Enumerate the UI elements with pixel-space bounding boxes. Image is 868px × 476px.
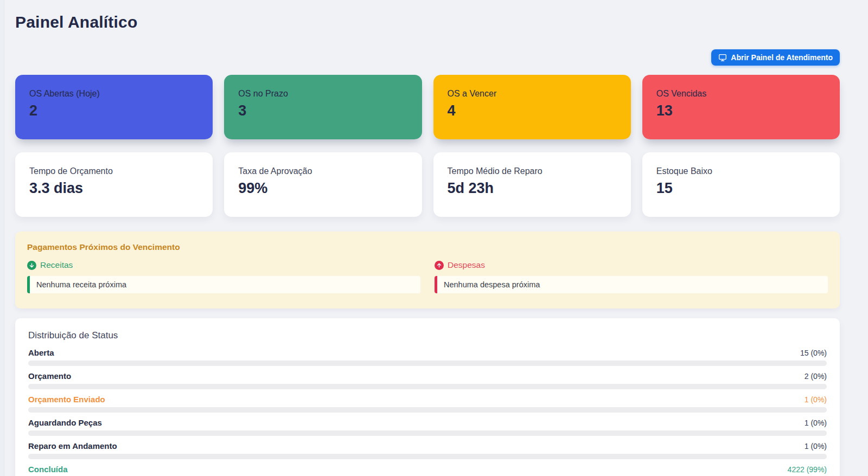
metric-label: Estoque Baixo xyxy=(656,166,826,176)
metric-label: Tempo Médio de Reparo xyxy=(448,166,617,176)
despesas-label: Despesas xyxy=(448,260,485,270)
kpi-card-os-vencidas: OS Vencidas 13 xyxy=(642,75,840,139)
metric-card-estoque-baixo: Estoque Baixo 15 xyxy=(642,152,840,217)
payments-due-panel: Pagamentos Próximos do Vencimento Receit… xyxy=(15,231,840,308)
open-attendance-panel-button[interactable]: Abrir Painel de Atendimento xyxy=(711,49,840,66)
status-label: Concluída xyxy=(28,465,68,474)
metric-label: Tempo de Orçamento xyxy=(29,166,199,176)
kpi-card-os-abertas: OS Abertas (Hoje) 2 xyxy=(15,75,213,139)
receitas-label: Receitas xyxy=(40,260,73,270)
status-value: 4222 (99%) xyxy=(788,465,827,474)
status-value: 15 (0%) xyxy=(800,349,827,357)
kpi-value: 13 xyxy=(656,102,826,119)
kpi-card-os-a-vencer: OS a Vencer 4 xyxy=(433,75,631,139)
metric-card-tempo-medio-reparo: Tempo Médio de Reparo 5d 23h xyxy=(433,152,631,217)
kpi-label: OS a Vencer xyxy=(448,89,617,99)
metric-value: 3.3 dias xyxy=(29,180,199,197)
status-progress-track xyxy=(28,384,827,389)
status-label: Aguardando Peças xyxy=(28,418,102,427)
metric-card-taxa-aprovacao: Taxa de Aprovação 99% xyxy=(224,152,422,217)
kpi-label: OS no Prazo xyxy=(238,89,407,99)
status-label: Reparo em Andamento xyxy=(28,441,117,451)
status-row-reparo-em-andamento: Reparo em Andamento 1 (0%) xyxy=(28,441,827,459)
payments-panel-title: Pagamentos Próximos do Vencimento xyxy=(27,242,828,252)
toolbar: Abrir Painel de Atendimento xyxy=(15,49,840,66)
kpi-label: OS Vencidas xyxy=(656,89,826,99)
status-row-aberta: Aberta 15 (0%) xyxy=(28,348,827,366)
receitas-column: Receitas Nenhuma receita próxima xyxy=(27,260,420,293)
open-attendance-panel-button-label: Abrir Painel de Atendimento xyxy=(731,53,833,62)
status-value: 1 (0%) xyxy=(805,419,827,427)
arrow-up-circle-icon xyxy=(435,261,444,270)
status-row-concluida: Concluída 4222 (99%) xyxy=(28,465,827,476)
page-left-edge xyxy=(0,0,4,476)
analytics-dashboard: Painel Analítico Abrir Painel de Atendim… xyxy=(15,0,840,476)
arrow-down-circle-icon xyxy=(27,261,36,270)
metric-value: 5d 23h xyxy=(448,180,617,197)
status-row-aguardando-pecas: Aguardando Peças 1 (0%) xyxy=(28,418,827,436)
kpi-value: 3 xyxy=(238,102,407,119)
status-label: Orçamento xyxy=(28,371,71,381)
kpi-label: OS Abertas (Hoje) xyxy=(29,89,199,99)
kpi-card-os-no-prazo: OS no Prazo 3 xyxy=(224,75,422,139)
status-progress-track xyxy=(28,430,827,436)
status-progress-track xyxy=(28,361,827,366)
page-title: Painel Analítico xyxy=(15,0,840,31)
metric-label: Taxa de Aprovação xyxy=(238,166,407,176)
status-value: 2 (0%) xyxy=(805,372,827,381)
status-value: 1 (0%) xyxy=(805,442,827,451)
kpi-value: 2 xyxy=(29,102,199,119)
metric-card-tempo-orcamento: Tempo de Orçamento 3.3 dias xyxy=(15,152,213,217)
status-distribution-title: Distribuição de Status xyxy=(28,330,827,341)
status-row-orcamento: Orçamento 2 (0%) xyxy=(28,371,827,389)
kpi-cards-row: OS Abertas (Hoje) 2 OS no Prazo 3 OS a V… xyxy=(15,75,840,139)
payments-columns: Receitas Nenhuma receita próxima Despesa… xyxy=(27,260,828,293)
receitas-empty-message: Nenhuma receita próxima xyxy=(27,276,420,293)
metric-value: 15 xyxy=(656,180,826,197)
metric-cards-row: Tempo de Orçamento 3.3 dias Taxa de Apro… xyxy=(15,152,840,217)
kpi-value: 4 xyxy=(448,102,617,119)
despesas-column: Despesas Nenhuma despesa próxima xyxy=(435,260,828,293)
status-value: 1 (0%) xyxy=(805,395,827,404)
status-progress-track xyxy=(28,407,827,413)
status-progress-track xyxy=(28,454,827,459)
status-label: Aberta xyxy=(28,348,54,357)
status-distribution-panel: Distribuição de Status Aberta 15 (0%) Or… xyxy=(15,318,840,476)
metric-value: 99% xyxy=(238,180,407,197)
status-label: Orçamento Enviado xyxy=(28,395,105,404)
despesas-empty-message: Nenhuma despesa próxima xyxy=(435,276,828,293)
status-row-orcamento-enviado: Orçamento Enviado 1 (0%) xyxy=(28,395,827,413)
monitor-icon xyxy=(718,53,727,62)
